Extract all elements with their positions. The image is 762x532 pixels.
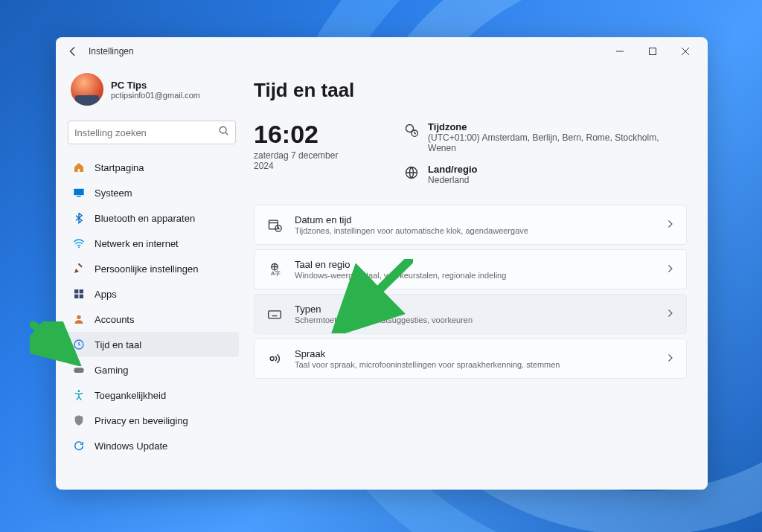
sidebar-item[interactable]: Netwerk en internet — [65, 231, 239, 256]
sidebar: PC Tips pctipsinfo01@gmail.com Startpagi… — [56, 65, 248, 490]
maximize-icon — [649, 48, 656, 55]
svg-rect-21 — [269, 311, 281, 318]
maximize-button[interactable] — [636, 40, 669, 63]
accounts-icon — [72, 313, 86, 326]
nav-list: StartpaginaSysteemBluetooth en apparaten… — [65, 155, 239, 458]
globe-icon — [404, 165, 419, 180]
sidebar-item-label: Gaming — [95, 365, 129, 376]
profile-email: pctipsinfo01@gmail.com — [111, 91, 200, 100]
svg-rect-12 — [74, 368, 83, 373]
svg-point-4 — [78, 246, 80, 248]
profile-name: PC Tips — [111, 80, 200, 91]
profile[interactable]: PC Tips pctipsinfo01@gmail.com — [65, 65, 239, 118]
sidebar-item-label: Bluetooth en apparaten — [95, 213, 195, 224]
sidebar-item[interactable]: Bluetooth en apparaten — [65, 205, 239, 231]
sidebar-item[interactable]: Windows Update — [65, 433, 239, 458]
card-desc: Taal voor spraak, microfooninstellingen … — [295, 360, 653, 369]
close-button[interactable] — [669, 40, 702, 63]
privacy-icon — [72, 414, 86, 427]
settings-card[interactable]: SpraakTaal voor spraak, microfooninstell… — [254, 339, 687, 379]
apps-icon — [72, 287, 86, 301]
svg-text:A字: A字 — [271, 270, 281, 277]
chevron-right-icon — [665, 218, 674, 231]
bluetooth-icon — [72, 211, 86, 225]
region-label: Land/regio — [428, 164, 477, 175]
svg-rect-6 — [74, 289, 78, 293]
calendar-clock-icon — [266, 217, 283, 233]
main-content: Tijd en taal 16:02 zaterdag 7 december 2… — [248, 65, 708, 490]
region-value: Nederland — [428, 175, 477, 185]
page-title: Tijd en taal — [254, 79, 687, 102]
clock-date: zaterdag 7 december 2024 — [254, 150, 359, 171]
sidebar-item-label: Persoonlijke instellingen — [95, 263, 198, 275]
sidebar-item[interactable]: Privacy en beveiliging — [65, 408, 239, 433]
search-input[interactable] — [74, 127, 219, 138]
svg-rect-8 — [74, 295, 78, 298]
sidebar-item[interactable]: Gaming — [65, 357, 239, 382]
sidebar-item-label: Toegankelijkheid — [95, 390, 166, 401]
sidebar-item[interactable]: Systeem — [65, 180, 239, 205]
titlebar: Instellingen — [56, 37, 708, 65]
card-desc: Tijdzones, instellingen voor automatisch… — [295, 226, 653, 235]
sidebar-item-label: Tijd en taal — [95, 339, 141, 350]
card-desc: Windows-weergavetaal, voorkeurstalen, re… — [295, 271, 653, 280]
card-title: Datum en tijd — [295, 214, 653, 225]
minimize-button[interactable] — [603, 40, 636, 63]
home-icon — [72, 161, 86, 174]
arrow-left-icon — [68, 46, 78, 57]
gaming-icon — [72, 363, 86, 376]
cards: Datum en tijdTijdzones, instellingen voo… — [254, 205, 687, 379]
svg-rect-5 — [78, 263, 83, 268]
settings-card[interactable]: Datum en tijdTijdzones, instellingen voo… — [254, 205, 687, 245]
sidebar-item[interactable]: Persoonlijke instellingen — [65, 256, 239, 281]
svg-point-22 — [270, 357, 274, 361]
meta: Tijdzone (UTC+01:00) Amsterdam, Berlijn,… — [404, 120, 687, 185]
sidebar-item-label: Netwerk en internet — [95, 238, 179, 249]
svg-point-10 — [77, 315, 80, 319]
globe-clock-icon — [404, 123, 419, 138]
system-icon — [72, 186, 86, 199]
chevron-right-icon — [665, 307, 674, 321]
chevron-right-icon — [665, 263, 674, 276]
svg-rect-17 — [269, 220, 278, 229]
sidebar-item-label: Privacy en beveiliging — [95, 415, 188, 426]
card-desc: Schermtoetsenbord, tekstsuggesties, voor… — [295, 315, 653, 324]
svg-rect-3 — [77, 196, 80, 197]
close-icon — [682, 48, 689, 55]
clock-time: 16:02 — [254, 120, 359, 149]
sidebar-item-label: Accounts — [95, 314, 134, 325]
settings-card[interactable]: A字Taal en regioWindows-weergavetaal, voo… — [254, 249, 687, 289]
keyboard-icon — [266, 306, 283, 322]
accessibility-icon — [72, 388, 86, 402]
time-icon — [72, 338, 86, 351]
settings-card[interactable]: TypenSchermtoetsenbord, tekstsuggesties,… — [254, 294, 687, 334]
window-title: Instellingen — [89, 46, 134, 57]
sidebar-item[interactable]: Accounts — [65, 307, 239, 332]
sidebar-item-label: Systeem — [95, 188, 132, 199]
update-icon — [72, 439, 86, 452]
minimize-icon — [616, 48, 624, 55]
summary: 16:02 zaterdag 7 december 2024 Tijdzone … — [254, 120, 687, 185]
chevron-right-icon — [665, 352, 674, 365]
region-row[interactable]: Land/regio Nederland — [404, 164, 687, 185]
timezone-row[interactable]: Tijdzone (UTC+01:00) Amsterdam, Berlijn,… — [404, 121, 687, 153]
sidebar-item[interactable]: Toegankelijkheid — [65, 382, 239, 408]
sidebar-item[interactable]: Startpagina — [65, 155, 239, 180]
timezone-value: (UTC+01:00) Amsterdam, Berlijn, Bern, Ro… — [428, 132, 687, 153]
sidebar-item[interactable]: Apps — [65, 281, 239, 307]
search-box[interactable] — [68, 121, 236, 144]
personalize-icon — [72, 262, 86, 275]
back-button[interactable] — [62, 40, 84, 63]
sidebar-item-label: Windows Update — [95, 440, 167, 452]
speech-icon — [266, 350, 283, 367]
svg-rect-9 — [80, 295, 83, 298]
settings-window: Instellingen PC Tips pctipsinfo01@gmail.… — [56, 37, 708, 490]
svg-rect-2 — [74, 189, 83, 196]
search-icon — [219, 126, 229, 139]
sidebar-item[interactable]: Tijd en taal — [65, 332, 239, 357]
svg-point-1 — [220, 126, 226, 133]
card-title: Spraak — [295, 348, 653, 359]
language-region-icon: A字 — [266, 261, 283, 278]
clock: 16:02 zaterdag 7 december 2024 — [254, 120, 359, 185]
svg-point-13 — [78, 390, 80, 392]
